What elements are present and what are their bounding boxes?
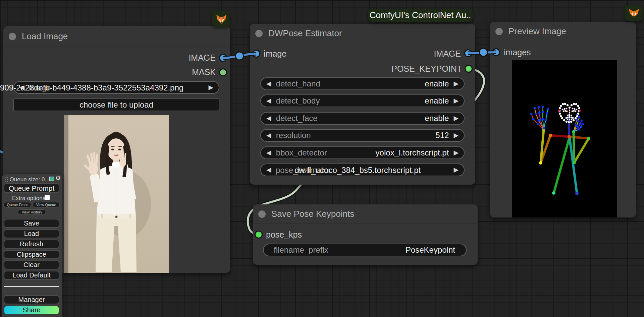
- widget-value: 512: [435, 131, 449, 140]
- input-dot-pose-kps[interactable]: [256, 232, 262, 238]
- node-status-dot: [9, 33, 16, 40]
- widget-label: detect_body: [276, 96, 320, 106]
- next-value-icon[interactable]: ▶: [453, 112, 459, 125]
- node-title: Preview Image: [508, 26, 566, 37]
- gallery-icon[interactable]: [49, 177, 54, 181]
- widget-detect-hand[interactable]: ◀ detect_hand enable ▶: [260, 77, 465, 90]
- next-value-icon[interactable]: ▶: [453, 164, 459, 176]
- clipspace-button[interactable]: Clipspace: [4, 250, 59, 259]
- group-title-badge[interactable]: ComfyUI's ControlNet Au..: [368, 9, 473, 22]
- node-status-dot: [255, 30, 263, 37]
- output-dot-image[interactable]: [465, 50, 471, 56]
- widget-value: enable: [425, 114, 449, 123]
- widget-label: filename_prefix: [274, 245, 328, 255]
- widget-label: bbox_detector: [276, 148, 327, 157]
- node-status-dot: [258, 210, 266, 218]
- input-dot-image[interactable]: [253, 51, 259, 57]
- widget-label: detect_hand: [276, 79, 320, 88]
- prev-value-icon[interactable]: ◀: [266, 129, 271, 142]
- photo-woman-white-shirt: [64, 115, 169, 273]
- node-load-image-header[interactable]: Load Image: [3, 26, 230, 47]
- node-preview-header[interactable]: Preview Image: [490, 22, 636, 41]
- widget-bbox-detector[interactable]: ◀ bbox_detector yolox_l.torchscript.pt ▶: [260, 146, 465, 159]
- fox-node-badge: [212, 11, 230, 27]
- node-preview-image[interactable]: Preview Image images: [490, 22, 636, 217]
- node-title: Save Pose Keypoints: [271, 209, 354, 219]
- node-title: DWPose Estimator: [268, 28, 342, 39]
- node-title: Load Image: [22, 31, 68, 42]
- widget-resolution[interactable]: ◀ resolution 512 ▶: [260, 129, 465, 142]
- widget-detect-face[interactable]: ◀ detect_face enable ▶: [260, 112, 465, 125]
- input-label-images: images: [504, 48, 531, 57]
- widget-value: PoseKeypoint: [406, 245, 455, 255]
- prev-value-icon[interactable]: ◀: [266, 77, 271, 90]
- widget-value: dw-ll_ucoco_384_bs5.torchscript.pt: [294, 166, 421, 175]
- manager-button[interactable]: Manager: [4, 295, 59, 304]
- pose-skeleton-image: [512, 60, 617, 217]
- queue-front-button[interactable]: Queue Front: [3, 202, 31, 207]
- next-value-icon[interactable]: ▶: [453, 94, 459, 107]
- reroute-dot[interactable]: [479, 48, 487, 56]
- refresh-button[interactable]: Refresh: [4, 240, 59, 249]
- node-save-pose-keypoints[interactable]: Save Pose Keypoints pose_kps filename_pr…: [253, 204, 478, 265]
- widget-filename-prefix[interactable]: filename_prefix PoseKeypoint: [263, 244, 467, 256]
- extra-options-label: Extra options: [12, 195, 45, 202]
- widget-label: detect_face: [276, 114, 318, 123]
- load-default-button[interactable]: Load Default: [4, 271, 59, 280]
- image-widget-label: image: [29, 83, 51, 92]
- clear-button[interactable]: Clear: [4, 260, 59, 269]
- next-value-icon[interactable]: ▶: [208, 81, 213, 94]
- image-filename-value: 909-2a28defb-b449-4388-b3a9-3522553a4392…: [0, 83, 183, 92]
- next-value-icon[interactable]: ▶: [453, 77, 459, 90]
- choose-file-button[interactable]: choose file to upload: [13, 99, 219, 111]
- output-label-mask: MASK: [192, 67, 216, 77]
- output-dot-mask[interactable]: [220, 69, 226, 75]
- save-button[interactable]: Save: [4, 219, 59, 228]
- widget-value: enable: [425, 96, 449, 106]
- queue-prompt-button[interactable]: Queue Prompt: [4, 183, 59, 193]
- loaded-image-preview: [64, 115, 169, 273]
- input-label-pose-kps: pose_kps: [266, 230, 302, 240]
- reroute-dot[interactable]: [235, 52, 244, 60]
- view-history-button[interactable]: View History: [18, 209, 46, 215]
- view-queue-button[interactable]: View Queue: [33, 202, 60, 207]
- next-value-icon[interactable]: ▶: [453, 146, 459, 159]
- node-status-dot: [495, 28, 503, 35]
- extra-options-checkbox[interactable]: [45, 195, 50, 200]
- node-save-pose-header[interactable]: Save Pose Keypoints: [253, 204, 478, 224]
- widget-value: yolox_l.torchscript.pt: [376, 148, 449, 157]
- gear-icon[interactable]: ⚙: [55, 175, 61, 182]
- fox-icon: [215, 14, 227, 24]
- queue-size-label: Queue size: 0: [2, 176, 52, 183]
- image-filename-widget[interactable]: ◀ 909-2a28defb-b449-4388-b3a9-3522553a43…: [13, 81, 219, 94]
- node-dwpose-estimator[interactable]: DWPose Estimator image IMAGE POSE_KEYPOI…: [250, 24, 475, 185]
- share-button[interactable]: Share: [4, 306, 59, 315]
- fox-node-badge: [625, 5, 643, 21]
- load-button[interactable]: Load: [4, 229, 59, 238]
- prev-value-icon[interactable]: ◀: [266, 112, 271, 125]
- fox-icon: [628, 8, 640, 18]
- group-title: ComfyUI's ControlNet Au..: [370, 10, 471, 20]
- comfyui-menu-panel[interactable]: Queue size: 0 ⚙ Queue Prompt Extra optio…: [2, 174, 62, 317]
- output-dot-image[interactable]: [220, 55, 226, 61]
- output-label-pose-keypoint: POSE_KEYPOINT: [391, 64, 462, 74]
- output-label-image: IMAGE: [434, 49, 461, 59]
- input-label-image: image: [264, 49, 286, 59]
- menu-divider: [4, 286, 59, 287]
- widget-value: enable: [425, 79, 449, 88]
- input-dot-images[interactable]: [493, 49, 499, 55]
- widget-label: resolution: [276, 131, 311, 140]
- prev-value-icon[interactable]: ◀: [266, 164, 271, 176]
- widget-detect-body[interactable]: ◀ detect_body enable ▶: [260, 94, 465, 107]
- pose-skeleton-svg: [512, 60, 617, 217]
- next-value-icon[interactable]: ▶: [453, 129, 459, 142]
- node-dwpose-header[interactable]: DWPose Estimator: [250, 24, 475, 43]
- widget-pose-estimator[interactable]: ◀ pose_estimator dw-ll_ucoco_384_bs5.tor…: [260, 164, 465, 176]
- output-label-image: IMAGE: [189, 53, 216, 63]
- prev-value-icon[interactable]: ◀: [266, 146, 271, 159]
- output-dot-pose-keypoint[interactable]: [466, 66, 472, 72]
- prev-value-icon[interactable]: ◀: [266, 94, 271, 107]
